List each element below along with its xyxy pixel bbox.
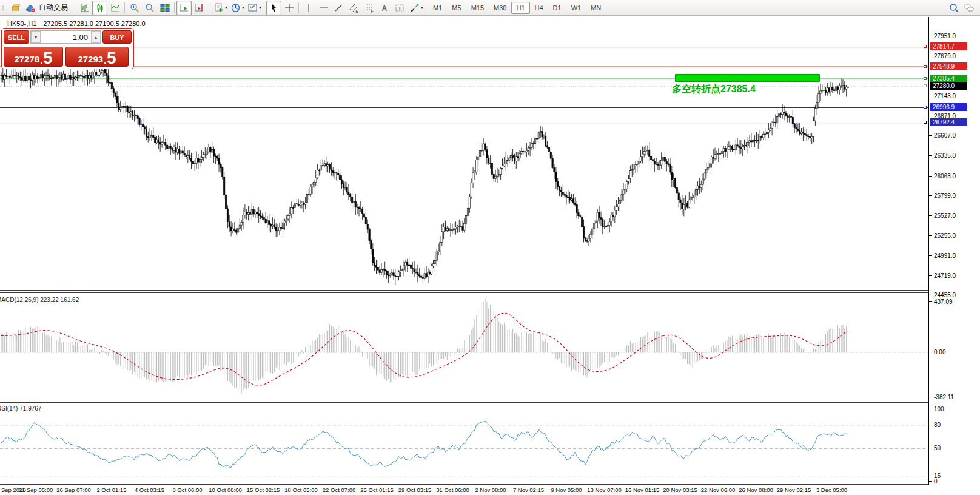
search-button[interactable]: [946, 1, 961, 15]
rsi-tick: 0: [929, 477, 938, 485]
price-tick: 25527.0: [929, 212, 956, 220]
volume-decrease-button[interactable]: ▼: [31, 31, 41, 43]
auto-trading-button[interactable]: [23, 1, 38, 15]
zoom-out-icon: [144, 2, 155, 13]
time-label: 10 Oct 08:00: [209, 487, 241, 493]
macd-tick: 0.00: [929, 348, 945, 356]
cursor-button[interactable]: [266, 1, 281, 15]
price-badge-27548.9: 27548.9: [930, 62, 967, 70]
line-connector: [924, 65, 927, 68]
tick-mark: [929, 397, 932, 397]
pivot-annotation[interactable]: 多空转折点27385.4: [672, 83, 756, 96]
trendline-button[interactable]: [331, 1, 346, 15]
template-button[interactable]: [245, 1, 260, 15]
main-chart-pane[interactable]: [0, 17, 928, 291]
timeframe-m30[interactable]: M30: [489, 2, 511, 14]
macd-tick: -382.11: [929, 393, 954, 401]
channel-button[interactable]: E: [346, 1, 361, 15]
sell-price-tile[interactable]: 27278.5: [4, 47, 63, 67]
tick-mark: [929, 409, 932, 409]
buy-price-tile[interactable]: 27293.5: [65, 47, 129, 67]
arrows-button[interactable]: [407, 1, 422, 15]
auto-scroll-icon: [179, 2, 190, 13]
tick-mark: [929, 481, 932, 482]
rsi-tick: 80: [929, 421, 941, 429]
toolbar-grip[interactable]: [73, 3, 75, 13]
timeframe-h1[interactable]: H1: [511, 2, 529, 14]
chat-button[interactable]: [961, 1, 976, 15]
vertical-line-button[interactable]: [301, 1, 316, 15]
horizontal-line-button[interactable]: [316, 1, 331, 15]
line-chart-button[interactable]: [107, 1, 122, 15]
zoom-in-icon: [129, 2, 140, 13]
pivot-highlight-bar[interactable]: [675, 74, 820, 82]
time-label: 29 Oct 03:15: [398, 487, 431, 493]
timeframe-mn[interactable]: MN: [586, 2, 606, 14]
horizontal-line-icon: [318, 2, 329, 13]
time-label: 8 Oct 06:00: [172, 487, 202, 493]
text-button[interactable]: A: [377, 1, 392, 15]
timeframe-w1[interactable]: W1: [566, 2, 586, 14]
tile-windows-button[interactable]: [157, 1, 172, 15]
toolbox-button[interactable]: [8, 1, 23, 15]
pane-separator[interactable]: [0, 400, 928, 403]
buy-button[interactable]: BUY: [102, 30, 132, 44]
timeframe-m15[interactable]: M15: [466, 2, 489, 14]
template-dropdown[interactable]: ▾: [259, 5, 261, 10]
tick-mark: [929, 275, 932, 276]
time-label: 3 Dec 05:00: [816, 487, 847, 493]
tick-mark: [929, 96, 932, 96]
volume-increase-button[interactable]: ▲: [91, 31, 101, 43]
time-label: 31 Oct 06:00: [436, 487, 469, 493]
time-label: 25 Oct 01:15: [360, 487, 393, 493]
gold-block-icon: [10, 2, 21, 13]
candlestick-chart-button[interactable]: [92, 1, 107, 15]
macd-label: MACD(12,26,9) 223.22 161.62: [0, 297, 79, 303]
volume-stepper: ▼ 1.00 ▲: [30, 30, 101, 44]
partial-icon: [2, 2, 7, 13]
triangle-down-icon: ▼: [34, 35, 38, 39]
pane-separator[interactable]: [0, 290, 928, 293]
time-axis[interactable]: Sep 201821 Sep 05:0026 Sep 07:002 Oct 01…: [0, 485, 980, 495]
price-badge-26996.9: 26996.9: [930, 103, 967, 111]
svg-text:F: F: [371, 9, 373, 13]
timeframe-h4[interactable]: H4: [530, 2, 548, 14]
rsi-tick: 100: [929, 405, 944, 413]
sell-button[interactable]: SELL: [4, 30, 29, 44]
time-label: 4 Oct 03:15: [135, 487, 164, 493]
new-order-dropdown[interactable]: ▾: [225, 5, 227, 10]
tick-mark: [929, 155, 932, 156]
partial-order-icon[interactable]: [1, 1, 8, 15]
macd-pane[interactable]: [0, 293, 928, 400]
time-label: 29 Nov 02:15: [777, 487, 811, 493]
timeframe-m1[interactable]: M1: [428, 2, 447, 14]
chat-icon: [964, 2, 975, 13]
vertical-line-icon: [303, 2, 314, 13]
arrows-dropdown[interactable]: ▾: [421, 5, 423, 10]
timeframe-d1[interactable]: D1: [548, 2, 566, 14]
auto-scroll-button[interactable]: [176, 1, 192, 15]
text-label-button[interactable]: T: [392, 1, 407, 15]
period-button[interactable]: [228, 1, 243, 15]
rsi-pane[interactable]: [0, 402, 928, 484]
timeframe-m5[interactable]: M5: [447, 2, 466, 14]
bottom-border: [0, 484, 928, 485]
main-toolbar: 自动交易: [0, 0, 980, 16]
new-order-button[interactable]: [211, 1, 226, 15]
price-tick: 27679.0: [929, 52, 956, 60]
price-axis[interactable]: 27951.027679.027143.026871.026607.026335…: [928, 17, 980, 485]
price-tick: 26335.0: [929, 152, 956, 160]
tick-mark: [929, 235, 932, 236]
time-label: 22 Oct 07:00: [323, 487, 355, 493]
chart-shift-button[interactable]: [192, 1, 207, 15]
fibonacci-button[interactable]: F: [361, 1, 377, 15]
crosshair-button[interactable]: [281, 1, 297, 15]
zoom-in-button[interactable]: [127, 1, 142, 15]
bar-chart-button[interactable]: [77, 1, 92, 15]
chart-window: HK50-,H1 27205.5 27281.0 27190.5 27280.0…: [0, 16, 980, 495]
zoom-out-button[interactable]: [142, 1, 157, 15]
volume-value[interactable]: 1.00: [41, 33, 91, 42]
time-label: 20 Nov 03:15: [663, 487, 697, 493]
period-dropdown[interactable]: ▾: [242, 5, 244, 10]
template-icon: [247, 2, 258, 13]
